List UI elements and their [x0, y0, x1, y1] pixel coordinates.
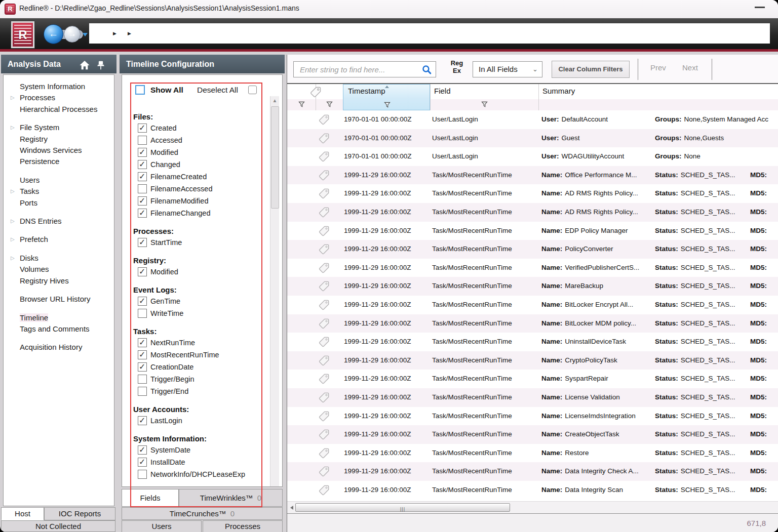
config-scrollbar[interactable]: ▲ ▼: [270, 96, 279, 487]
tree-item[interactable]: ▷ Tags and Comments: [11, 323, 114, 335]
timeline-row[interactable]: 1999-11-29 16:00:00Z Task/MostRecentRunT…: [287, 481, 778, 500]
field-checkbox-item[interactable]: GenTime: [133, 296, 252, 308]
checkbox[interactable]: [138, 338, 147, 347]
checkbox[interactable]: [138, 238, 147, 247]
field-checkbox-item[interactable]: Trigger/Begin: [133, 374, 252, 386]
users-button[interactable]: Users: [122, 520, 202, 532]
expander-icon[interactable]: ▷: [11, 122, 15, 133]
filter-icon[interactable]: [384, 101, 391, 110]
field-checkbox-item[interactable]: NetworkInfo/DHCPLeaseExp: [133, 469, 252, 481]
field-checkbox-item[interactable]: MostRecentRunTime: [133, 350, 252, 362]
filter-icon[interactable]: [481, 101, 488, 110]
field-scope-dropdown[interactable]: In All Fields ⌄: [473, 61, 542, 77]
checkbox[interactable]: [138, 136, 147, 145]
field-checkbox-item[interactable]: SystemDate: [133, 445, 252, 457]
field-checkbox-item[interactable]: StartTime: [133, 237, 252, 250]
timeline-row[interactable]: 1970-01-01 00:00:00Z User/LastLogin User…: [287, 110, 778, 129]
field-checkbox-item[interactable]: CreationDate: [133, 362, 252, 374]
tree-item[interactable]: ▷ Persistence: [11, 156, 114, 167]
timeline-row[interactable]: 1999-11-29 16:00:00Z Task/MostRecentRunT…: [287, 296, 778, 314]
scroll-left-icon[interactable]: [290, 506, 293, 510]
tag-icon[interactable]: [318, 317, 330, 332]
timeline-row[interactable]: 1999-11-29 16:00:00Z Task/MostRecentRunT…: [287, 425, 778, 444]
tree-item[interactable]: ▷ Browser URL History: [11, 294, 114, 305]
timeline-row[interactable]: 1999-11-29 16:00:00Z Task/MostRecentRunT…: [287, 314, 778, 333]
tag-icon[interactable]: [318, 410, 330, 424]
timeline-row[interactable]: 1999-11-29 16:00:00Z Task/MostRecentRunT…: [287, 277, 778, 296]
timeline-row[interactable]: 1999-11-29 16:00:00Z Task/MostRecentRunT…: [287, 240, 778, 259]
prev-button[interactable]: Prev: [650, 63, 666, 72]
timeline-row[interactable]: 1999-11-29 16:00:00Z Task/MostRecentRunT…: [287, 407, 778, 426]
scrollbar-thumb[interactable]: [271, 106, 279, 209]
tree-item[interactable]: ▷ Processes: [11, 92, 114, 103]
scrollbar-thumb[interactable]: [295, 503, 510, 512]
next-button[interactable]: Next: [682, 63, 698, 72]
timeline-row[interactable]: 1999-11-29 16:00:00Z Task/MostRecentRunT…: [287, 203, 778, 222]
field-checkbox-item[interactable]: FilenameAccessed: [133, 184, 252, 196]
field-checkbox-item[interactable]: InstallDate: [133, 457, 252, 469]
field-checkbox-item[interactable]: WriteTime: [133, 308, 252, 320]
pin-icon[interactable]: [95, 59, 106, 70]
expander-icon[interactable]: ▷: [11, 234, 15, 245]
column-header-timestamp[interactable]: Timestamp: [343, 84, 430, 110]
nav-history-dropdown-icon[interactable]: [83, 33, 88, 36]
checkbox[interactable]: [138, 416, 147, 425]
deselect-all-checkbox[interactable]: [248, 86, 257, 94]
show-all-checkbox[interactable]: [135, 85, 145, 95]
tree-item[interactable]: ▷ Windows Services: [11, 145, 114, 156]
timeline-row[interactable]: 1999-11-29 16:00:00Z Task/MostRecentRunT…: [287, 370, 778, 388]
timeline-row[interactable]: 1999-11-29 16:00:00Z Task/MostRecentRunT…: [287, 184, 778, 203]
checkbox[interactable]: [138, 309, 147, 318]
timeline-row[interactable]: 1999-11-29 16:00:00Z Task/MostRecentRunT…: [287, 222, 778, 240]
timeline-row[interactable]: 1970-01-01 00:00:00Z User/LastLogin User…: [287, 129, 778, 148]
tag-icon[interactable]: [318, 113, 330, 128]
column-header-summary[interactable]: Summary: [542, 87, 575, 95]
tab-not-collected[interactable]: Not Collected: [1, 520, 115, 532]
field-checkbox-item[interactable]: Trigger/End: [133, 386, 252, 398]
timeline-row[interactable]: 1999-11-29 16:00:00Z Task/MostRecentRunT…: [287, 462, 778, 481]
tag-icon[interactable]: [318, 447, 330, 461]
field-checkbox-item[interactable]: Modified: [133, 267, 252, 279]
tag-icon[interactable]: [318, 354, 330, 369]
tag-icon[interactable]: [318, 465, 330, 479]
tag-icon[interactable]: [318, 225, 330, 239]
tab-host[interactable]: Host: [1, 507, 44, 520]
checkbox[interactable]: [138, 124, 147, 133]
tree-item[interactable]: ▷ File System: [11, 122, 114, 133]
tag-icon[interactable]: [318, 280, 330, 294]
tag-icon[interactable]: [318, 373, 330, 387]
filter-icon[interactable]: [326, 101, 333, 110]
tag-icon[interactable]: [318, 299, 330, 313]
field-checkbox-item[interactable]: LastLogin: [133, 416, 252, 428]
tree-item[interactable]: ▷ Registry Hives: [11, 275, 114, 287]
tab-ioc-reports[interactable]: IOC Reports: [44, 507, 115, 520]
tree-item[interactable]: ▷ Users: [11, 175, 114, 186]
deselect-all-label[interactable]: Deselect All: [197, 86, 238, 95]
tag-icon[interactable]: [309, 86, 322, 101]
tab-timewrinkles[interactable]: TimeWrinkles™0: [179, 489, 283, 507]
search-icon[interactable]: [421, 64, 432, 77]
timeline-row[interactable]: 1999-11-29 16:00:00Z Task/MostRecentRunT…: [287, 259, 778, 277]
field-checkbox-item[interactable]: Modified: [133, 147, 252, 159]
forward-button[interactable]: →: [64, 26, 81, 43]
expander-icon[interactable]: ▷: [11, 92, 15, 103]
expander-icon[interactable]: ▷: [11, 186, 15, 197]
timeline-row[interactable]: 1999-11-29 16:00:00Z Task/MostRecentRunT…: [287, 444, 778, 463]
breadcrumb-item[interactable]: [107, 29, 122, 37]
expander-icon[interactable]: ▷: [11, 253, 15, 264]
show-all-label[interactable]: Show All: [150, 86, 183, 95]
home-icon[interactable]: [79, 59, 90, 70]
tree-item[interactable]: ▷ Ports: [11, 197, 114, 209]
tag-icon[interactable]: [318, 187, 330, 201]
checkbox[interactable]: [138, 184, 147, 193]
regex-toggle[interactable]: Reg Ex: [445, 59, 469, 74]
checkbox[interactable]: [138, 362, 147, 372]
minimize-button[interactable]: [755, 7, 765, 8]
checkbox[interactable]: [138, 160, 147, 169]
checkbox[interactable]: [138, 375, 147, 384]
breadcrumb-item[interactable]: [122, 29, 137, 37]
field-checkbox-item[interactable]: FilenameChanged: [133, 208, 252, 220]
tag-icon[interactable]: [318, 132, 330, 146]
checkbox[interactable]: [138, 267, 147, 276]
field-checkbox-item[interactable]: NextRunTime: [133, 338, 252, 350]
